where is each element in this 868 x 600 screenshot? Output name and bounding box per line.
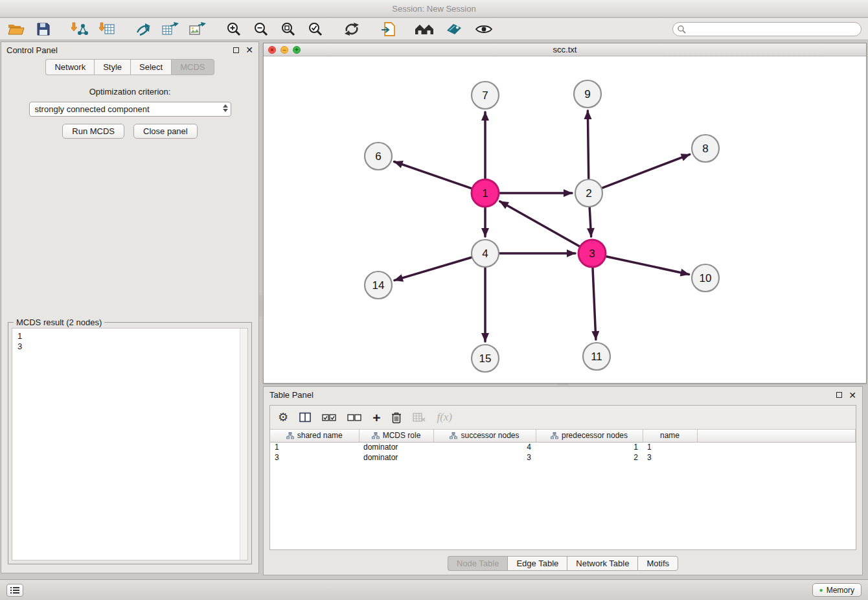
import-table-button[interactable] (97, 20, 117, 38)
apply-layout-button[interactable] (342, 20, 361, 38)
memory-button[interactable]: ● Memory (812, 583, 862, 597)
new-network-button[interactable] (133, 20, 153, 38)
graph-edge-3-10[interactable] (606, 257, 689, 275)
tab-mcds[interactable]: MCDS (171, 59, 214, 75)
zoom-selected-button[interactable] (306, 20, 325, 38)
homes-icon (415, 23, 434, 36)
vertical-splitter[interactable] (259, 295, 262, 317)
column-header-mcds-role[interactable]: MCDS role (359, 430, 433, 442)
mcds-result-title: MCDS result (2 nodes) (14, 317, 104, 327)
tab-edge-table[interactable]: Edge Table (507, 556, 567, 571)
table-cell[interactable]: 3 (270, 452, 359, 463)
import-network-button[interactable] (70, 20, 89, 38)
column-header-shared-name[interactable]: shared name (270, 430, 359, 442)
table-cell[interactable]: 3 (433, 452, 536, 463)
open-session-button[interactable] (6, 20, 26, 38)
tab-motifs[interactable]: Motifs (637, 556, 678, 571)
copy-style-button[interactable] (378, 20, 398, 38)
add-column-icon[interactable]: + (372, 411, 380, 424)
task-history-button[interactable] (6, 584, 23, 597)
table-cell-filler (697, 442, 856, 452)
graph-edge-3-1[interactable] (500, 202, 580, 246)
network-window-titlebar[interactable]: × – + scc.txt (264, 43, 866, 56)
criterion-dropdown[interactable]: strongly connected component (29, 102, 231, 117)
column-header-filler (697, 430, 856, 442)
toggle-details-button[interactable] (474, 20, 494, 38)
zoom-window-icon[interactable]: + (293, 46, 301, 54)
close-panel-icon[interactable]: ✕ (246, 45, 253, 54)
export-image-button[interactable] (188, 20, 207, 38)
float-panel-icon[interactable] (233, 47, 239, 53)
tab-style[interactable]: Style (94, 59, 130, 75)
apply-style-button[interactable] (444, 20, 464, 38)
tab-network[interactable]: Network (45, 59, 94, 75)
zoom-in-icon (226, 21, 242, 37)
column-header-predecessor-nodes[interactable]: predecessor nodes (536, 430, 643, 442)
deselect-all-columns-icon[interactable] (347, 413, 361, 422)
graph-edge-1-6[interactable] (394, 161, 472, 188)
table-row[interactable]: 1dominator411 (270, 442, 856, 452)
table-body-empty-area[interactable] (270, 463, 856, 549)
zoom-in-button[interactable] (224, 20, 244, 38)
network-graph[interactable]: 1234678910111415 (264, 56, 866, 383)
table-cell[interactable]: 1 (270, 442, 359, 452)
close-table-panel-icon[interactable]: ✕ (849, 391, 856, 400)
table-cell[interactable]: 1 (536, 442, 643, 452)
column-header-successor-nodes[interactable]: successor nodes (433, 430, 536, 442)
zoom-out-button[interactable] (251, 20, 271, 38)
graph-node-label: 10 (700, 272, 712, 284)
control-panel-tabs: Network Style Select MCDS (1, 59, 258, 75)
table-delete-icon (413, 412, 426, 422)
window-titlebar[interactable]: Session: New Session (0, 0, 868, 17)
eye-icon (475, 24, 492, 34)
graph-edge-3-11[interactable] (593, 268, 596, 340)
table-cell[interactable]: 2 (536, 452, 643, 463)
tab-network-table[interactable]: Network Table (567, 556, 637, 571)
run-mcds-button[interactable]: Run MCDS (62, 124, 124, 139)
graph-edge-4-14[interactable] (394, 257, 472, 280)
column-label: successor nodes (461, 431, 519, 440)
column-header-name[interactable]: name (643, 430, 697, 442)
column-label: name (660, 431, 680, 440)
graph-node-label: 3 (589, 248, 595, 260)
table-cell[interactable]: 3 (643, 452, 697, 463)
show-columns-icon[interactable] (299, 412, 311, 422)
table-panel-tabs: Node Table Edge Table Network Table Moti… (264, 556, 862, 571)
tab-node-table[interactable]: Node Table (448, 556, 508, 571)
select-all-columns-icon[interactable] (322, 413, 336, 422)
zoom-fit-button[interactable] (279, 20, 298, 38)
minimize-window-icon[interactable]: – (280, 46, 288, 54)
mcds-result-line: 1 (17, 331, 242, 341)
float-table-panel-icon[interactable] (836, 392, 842, 398)
table-cell[interactable]: dominator (359, 442, 433, 452)
table-settings-gear-icon[interactable]: ⚙ (278, 411, 288, 423)
mcds-result-line: 3 (17, 341, 242, 352)
status-bar: ● Memory (0, 579, 868, 600)
table-row[interactable]: 3dominator323 (270, 452, 856, 463)
tab-select[interactable]: Select (130, 59, 171, 75)
save-session-button[interactable] (34, 20, 53, 38)
graph-node-label: 1 (482, 187, 488, 200)
search-icon (677, 25, 686, 34)
optimization-criterion-label: Optimization criterion: (1, 87, 258, 97)
result-scrollbar[interactable] (240, 329, 247, 560)
column-label: predecessor nodes (562, 431, 628, 440)
overview-button[interactable] (415, 20, 434, 38)
table-cell[interactable]: 4 (433, 442, 536, 452)
table-cell[interactable]: dominator (359, 452, 433, 463)
graph-edge-2-3[interactable] (589, 207, 591, 237)
graph-edge-2-8[interactable] (602, 154, 690, 188)
column-tree-icon (372, 432, 380, 439)
graph-edge-2-9[interactable] (588, 111, 588, 179)
window-controls: × – + (268, 46, 301, 54)
delete-column-icon[interactable] (391, 411, 402, 424)
list-icon (10, 586, 19, 594)
search-input[interactable] (672, 22, 862, 36)
mcds-result-list[interactable]: 1 3 (12, 328, 248, 560)
table-cell[interactable]: 1 (643, 442, 697, 452)
close-panel-button[interactable]: Close panel (133, 124, 198, 139)
close-window-icon[interactable]: × (268, 46, 276, 54)
checked-boxes-icon (322, 413, 336, 422)
export-table-button[interactable] (161, 20, 180, 38)
delete-table-icon (413, 412, 426, 422)
